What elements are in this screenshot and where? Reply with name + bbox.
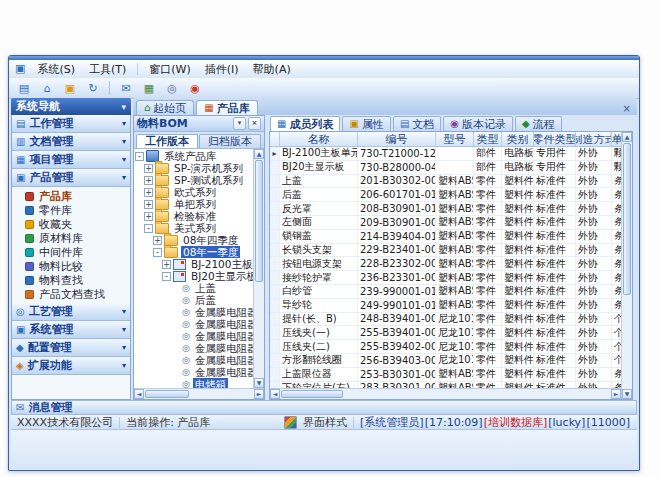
tree-item[interactable]: +BJ-2100主板单元	[135, 258, 253, 270]
tree-item[interactable]: ◎后盖	[135, 294, 253, 306]
table-row[interactable]: ▸BJ-2100主板单元730-T21000-12E部件电路板专用件外协颗	[270, 147, 621, 161]
detail-tab[interactable]: ▣属性	[342, 116, 390, 131]
sidebar-group[interactable]: ▥文档管理▾	[12, 133, 130, 151]
scrollbar-thumb[interactable]	[145, 390, 189, 398]
tree-item[interactable]: +检验标准	[135, 210, 253, 222]
tree-vertical-scrollbar[interactable]: ▲ ▼	[253, 149, 264, 388]
tree-item[interactable]: +08年四季度	[135, 234, 253, 246]
table-row[interactable]: 提针(长、B)248-B39401-00E尼龙1010零件塑料件标准件外协个	[270, 313, 621, 327]
table-row[interactable]: 上盖201-B30302-00E塑料ABS零件塑料件标准件外协条	[270, 175, 621, 189]
menu-item[interactable]: 工具(T)	[82, 61, 133, 78]
close-icon[interactable]: ×	[248, 117, 261, 130]
status-style-label[interactable]: 界面样式	[303, 415, 347, 430]
table-vertical-scrollbar[interactable]: ▲ ▼	[621, 132, 632, 399]
expander-icon[interactable]: -	[162, 272, 171, 281]
sidebar-item[interactable]: 物料比较	[12, 259, 130, 273]
table-row[interactable]: BJ20主显示板730-B28000-04E部件电路板专用件外协颗	[270, 161, 621, 175]
scroll-down-icon[interactable]: ▼	[254, 378, 264, 388]
table-row[interactable]: 后盖206-601701-01E塑料ABS零件塑料件标准件外协条	[270, 188, 621, 202]
expander-icon[interactable]: +	[144, 200, 153, 209]
detail-tab[interactable]: ◉版本记录	[443, 116, 513, 131]
tree-item[interactable]: ◎金属膜电阻器	[135, 354, 253, 366]
sidebar-item[interactable]: 物料查找	[12, 273, 130, 287]
sidebar-item[interactable]: 收藏夹	[12, 217, 130, 231]
sidebar-group[interactable]: ◆配置管理▾	[12, 339, 130, 357]
column-header[interactable]: 单位	[612, 132, 621, 146]
tree-item[interactable]: +SP-演示机系列	[135, 162, 253, 174]
version-tab[interactable]: 归档版本	[199, 134, 261, 148]
expander-icon[interactable]: -	[153, 248, 162, 257]
version-tab[interactable]: 工作版本	[136, 134, 198, 148]
expander-icon[interactable]: -	[135, 152, 144, 161]
scrollbar-thumb[interactable]	[255, 160, 263, 282]
sidebar-item[interactable]: 中间件库	[12, 245, 130, 259]
table-row[interactable]: 压线夹(二)255-B39402-00E尼龙1010零件塑料件标准件外协个	[270, 340, 621, 354]
close-tab-icon[interactable]: ×	[620, 103, 634, 115]
column-header[interactable]: 类型	[474, 132, 502, 146]
expander-icon[interactable]: +	[153, 236, 162, 245]
expander-icon[interactable]: -	[144, 224, 153, 233]
table-row[interactable]: 上盖限位器253-B30301-00E塑料ABS零件塑料件标准件外协条	[270, 368, 621, 382]
tree-item[interactable]: +SP-测试机系列	[135, 174, 253, 186]
tree-item[interactable]: ◎金属膜电阻器	[135, 318, 253, 330]
menu-item[interactable]: 插件(I)	[198, 61, 246, 78]
scroll-right-icon[interactable]: ►	[611, 389, 621, 399]
scrollbar-thumb[interactable]	[623, 143, 631, 295]
tree-item[interactable]: -BJ20主显示板	[135, 270, 253, 282]
scroll-right-icon[interactable]: ►	[254, 389, 264, 399]
tree-item[interactable]: -系统产品库	[135, 150, 253, 162]
tree-item[interactable]: ◎金属膜电阻器	[135, 330, 253, 342]
tree-item[interactable]: ◎上盖	[135, 282, 253, 294]
table-row[interactable]: 反光罩208-B30901-01E塑料ABS零件塑料件标准件外协条	[270, 202, 621, 216]
column-header[interactable]: 名称	[280, 132, 358, 146]
sidebar-group[interactable]: ▣产品管理▾	[12, 169, 130, 187]
exit-button[interactable]: ◉	[185, 79, 205, 97]
tree-item[interactable]: +欧式系列	[135, 186, 253, 198]
table-row[interactable]: 压线夹(一)255-B39401-00E尼龙1010零件塑料件标准件外协个	[270, 326, 621, 340]
tree-item[interactable]: +单把系列	[135, 198, 253, 210]
table-horizontal-scrollbar[interactable]: ◄ ►	[270, 388, 621, 399]
scroll-up-icon[interactable]: ▲	[254, 149, 264, 159]
expander-icon[interactable]: +	[144, 188, 153, 197]
refresh-button[interactable]: ↻	[83, 79, 103, 97]
tree-item[interactable]: ◎金属膜电阻器	[135, 366, 253, 378]
expander-icon[interactable]: +	[144, 176, 153, 185]
column-header[interactable]: 类别	[502, 132, 534, 146]
expander-icon[interactable]: +	[144, 164, 153, 173]
table-row[interactable]: 长锁头支架229-B23401-00E塑料ABS零件塑料件标准件外协条	[270, 244, 621, 258]
sidebar-item[interactable]: 产品库	[12, 189, 130, 203]
menu-item[interactable]: 窗口(W)	[142, 61, 197, 78]
message-bar[interactable]: ✉ 消息管理	[11, 400, 637, 415]
sidebar-group[interactable]: ▤工作管理▾	[12, 115, 130, 133]
column-header[interactable]: 零件类型	[534, 132, 576, 146]
column-header[interactable]: 型号	[436, 132, 474, 146]
column-header[interactable]: 编号	[358, 132, 436, 146]
tree-item[interactable]: -08年一季度	[135, 246, 253, 258]
menu-item[interactable]: 帮助(A)	[246, 61, 298, 78]
document-tab[interactable]: ▦产品库	[196, 100, 257, 115]
table-row[interactable]: 接纱轮护罩236-B23301-00E塑料ABS零件塑料件标准件外协条	[270, 271, 621, 285]
scroll-down-icon[interactable]: ▼	[622, 389, 632, 399]
tree-item[interactable]: ◎金属膜电阻器	[135, 306, 253, 318]
mail-button[interactable]: ✉	[116, 79, 136, 97]
sidebar-item[interactable]: 产品文档查找	[12, 287, 130, 301]
tree-item[interactable]: ◎金属膜电阻器	[135, 342, 253, 354]
expander-icon[interactable]: +	[144, 212, 153, 221]
detail-tab[interactable]: ◆流程	[515, 116, 562, 131]
tree-item[interactable]: ◎电烤箱	[135, 378, 253, 388]
sidebar-group[interactable]: ◈扩展功能▾	[12, 357, 130, 375]
sidebar-item[interactable]: 原材料库	[12, 231, 130, 245]
sidebar-item[interactable]: 零件库	[12, 203, 130, 217]
nav-panel-button[interactable]: ▤	[14, 79, 34, 97]
tree-horizontal-scrollbar[interactable]: ◄ ►	[134, 388, 264, 399]
scrollbar-thumb[interactable]	[281, 390, 343, 398]
detail-tab[interactable]: ▤文档	[393, 116, 441, 131]
sidebar-group[interactable]: ◎工艺管理▾	[12, 303, 130, 321]
scroll-left-icon[interactable]: ◄	[270, 389, 280, 399]
document-tab[interactable]: ⌂起始页	[136, 100, 194, 115]
table-row[interactable]: 左侧面209-B30901-00E塑料ABS零件塑料件标准件外协条	[270, 216, 621, 230]
sidebar-group[interactable]: ▦项目管理▾	[12, 151, 130, 169]
scroll-up-icon[interactable]: ▲	[622, 132, 632, 142]
table-row[interactable]: 按钮电源支架228-B23302-00E塑料ABS零件塑料件标准件外协条	[270, 257, 621, 271]
table-row[interactable]: 锁钢盖214-B39404-01E塑料ABS零件塑料件标准件外协条	[270, 230, 621, 244]
